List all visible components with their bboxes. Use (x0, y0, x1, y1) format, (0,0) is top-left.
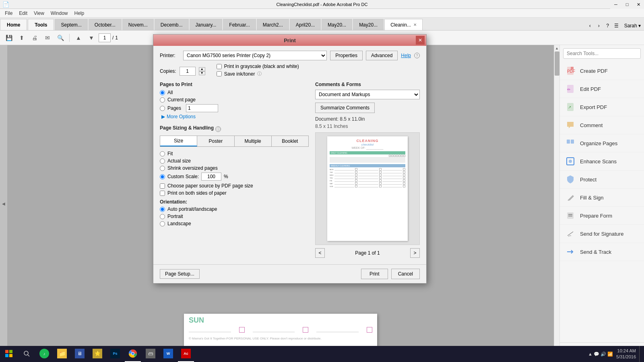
pages-to-print-header: Pages to Print (160, 82, 309, 87)
radio-fit: Fit (160, 151, 309, 156)
radio-actual-label: Actual size (167, 158, 191, 164)
copies-increment-button[interactable]: ▲ (199, 67, 205, 71)
svg-rect-17 (9, 354, 12, 357)
copies-decrement-button[interactable]: ▼ (199, 71, 205, 75)
taskbar-explorer[interactable]: 📁 (54, 346, 70, 362)
radio-pages-input[interactable] (160, 106, 165, 111)
svg-rect-15 (9, 350, 12, 353)
svg-line-19 (28, 355, 29, 356)
taskbar-word[interactable]: W (160, 346, 176, 362)
choose-paper-row: Choose paper source by PDF page size (160, 183, 309, 189)
grayscale-checkbox[interactable] (217, 64, 222, 69)
preview-weekly-label: WEEKLY CLEANING (330, 164, 405, 167)
page-setup-button[interactable]: Page Setup... (160, 269, 200, 279)
custom-scale-input[interactable] (201, 173, 221, 181)
grayscale-label: Print in grayscale (black and white) (224, 64, 299, 69)
size-button-poster[interactable]: Poster (197, 136, 234, 146)
preview-inner: CLEANING checklist WEEK OF: ___________ … (327, 136, 408, 241)
dialog-body: Printer: Canon MG7500 series Printer (Co… (153, 46, 426, 263)
pages-range-input[interactable] (186, 104, 218, 112)
preview-daily-label: DAILY CLEANING (330, 151, 405, 154)
page-sizing-header-row: Page Sizing & Handling ⓘ (160, 125, 309, 133)
taskbar-acrobat[interactable]: Ac (178, 346, 194, 362)
system-clock[interactable]: 10:24 AM 5/31/2016 (616, 348, 636, 360)
radio-landscape-input[interactable] (160, 221, 165, 226)
cancel-button[interactable]: Cancel (391, 269, 420, 279)
radio-auto-portrait-label: Auto portrait/landscape (167, 206, 217, 212)
help-info-icon[interactable]: ? (414, 53, 420, 58)
dialog-left: Pages to Print All Current page Pages (160, 82, 309, 258)
radio-all-input[interactable] (160, 90, 165, 95)
taskbar-app3[interactable]: 🖥 (72, 346, 88, 362)
clock-time: 10:24 AM (616, 348, 636, 354)
preview-next-button[interactable]: > (410, 248, 420, 258)
preview-container: CLEANING checklist WEEK OF: ___________ … (315, 132, 420, 245)
more-options-arrow: ▶ (161, 114, 165, 119)
orientation-header: Orientation: (160, 199, 187, 205)
radio-actual-input[interactable] (160, 158, 165, 164)
summarize-comments-button[interactable]: Summarize Comments (315, 103, 375, 113)
radio-fit-input[interactable] (160, 151, 165, 156)
properties-button[interactable]: Properties (330, 51, 363, 60)
radio-current: Current page (160, 97, 309, 103)
dialog-close-button[interactable]: ✕ (416, 36, 425, 45)
svg-point-18 (24, 351, 28, 355)
printer-row: Printer: Canon MG7500 series Printer (Co… (160, 51, 420, 60)
radio-auto-portrait: Auto portrait/landscape (160, 206, 309, 212)
start-button[interactable] (1, 346, 17, 362)
dialog-right: Comments & Forms Document and Markups Su… (315, 82, 420, 258)
radio-shrink-input[interactable] (160, 166, 165, 171)
page-sizing-info-icon[interactable]: ⓘ (215, 126, 221, 132)
taskbar-calc[interactable]: 🗃 (142, 346, 159, 362)
radio-custom-input[interactable] (160, 174, 165, 179)
taskbar-search[interactable] (19, 346, 35, 362)
dialog-columns: Pages to Print All Current page Pages (160, 82, 420, 258)
comments-forms-header: Comments & Forms (315, 82, 420, 87)
svg-rect-16 (5, 354, 8, 357)
print-dialog: Print ✕ Printer: Canon MG7500 series Pri… (153, 34, 427, 284)
taskbar-spotify[interactable]: ♪ (36, 346, 52, 362)
copies-spinner: ▲ ▼ (199, 67, 205, 75)
size-button-booklet[interactable]: Booklet (272, 136, 308, 146)
copies-label: Copies: (160, 68, 176, 74)
system-tray: ▲ 💬 🔊 📶 10:24 AM 5/31/2016 (588, 346, 644, 362)
both-sides-checkbox[interactable] (160, 191, 165, 196)
save-ink-checkbox[interactable] (217, 71, 222, 76)
radio-all-label: All (167, 90, 173, 95)
radio-custom-scale-row: Custom Scale: % (160, 173, 309, 181)
copies-input[interactable] (180, 67, 196, 76)
radio-actual: Actual size (160, 158, 309, 164)
advanced-button[interactable]: Advanced (366, 51, 398, 60)
size-button-size[interactable]: Size (160, 136, 197, 146)
radio-portrait-input[interactable] (160, 214, 165, 219)
modal-overlay: Print ✕ Printer: Canon MG7500 series Pri… (0, 0, 644, 362)
preview-prev-button[interactable]: < (315, 248, 325, 258)
svg-point-22 (132, 352, 134, 355)
help-link[interactable]: Help (401, 53, 411, 58)
taskbar-chrome[interactable] (125, 346, 141, 362)
radio-pages: Pages (160, 104, 309, 112)
dialog-action-buttons: Print Cancel (361, 269, 420, 279)
more-options-label: More Options (167, 114, 196, 119)
comments-select[interactable]: Document and Markups (315, 90, 420, 99)
both-sides-label: Print on both sides of paper (167, 190, 227, 196)
choose-paper-checkbox[interactable] (160, 183, 165, 189)
preview-week-of: WEEK OF: ___________ (330, 146, 405, 149)
preview-daily-grid (330, 155, 405, 157)
save-ink-info-icon[interactable]: ⓘ (257, 71, 262, 77)
size-button-multiple[interactable]: Multiple (235, 136, 272, 146)
taskbar-app4[interactable]: ⭐ (89, 346, 105, 362)
show-desktop-button[interactable] (639, 346, 641, 362)
print-submit-button[interactable]: Print (361, 269, 388, 279)
radio-current-input[interactable] (160, 97, 165, 103)
radio-portrait-label: Portrait (167, 214, 183, 219)
dialog-footer: Page Setup... Print Cancel (153, 264, 426, 283)
taskbar-photoshop[interactable]: Ps (107, 346, 123, 362)
dialog-title-bar: Print ✕ (153, 35, 426, 46)
printer-select[interactable]: Canon MG7500 series Printer (Copy 2) (183, 51, 327, 60)
radio-auto-portrait-input[interactable] (160, 207, 165, 212)
preview-page-indicator: Page 1 of 1 (325, 250, 410, 256)
radio-landscape: Landscape (160, 221, 309, 226)
scale-unit: % (224, 174, 228, 179)
more-options-toggle[interactable]: ▶ More Options (161, 114, 309, 119)
